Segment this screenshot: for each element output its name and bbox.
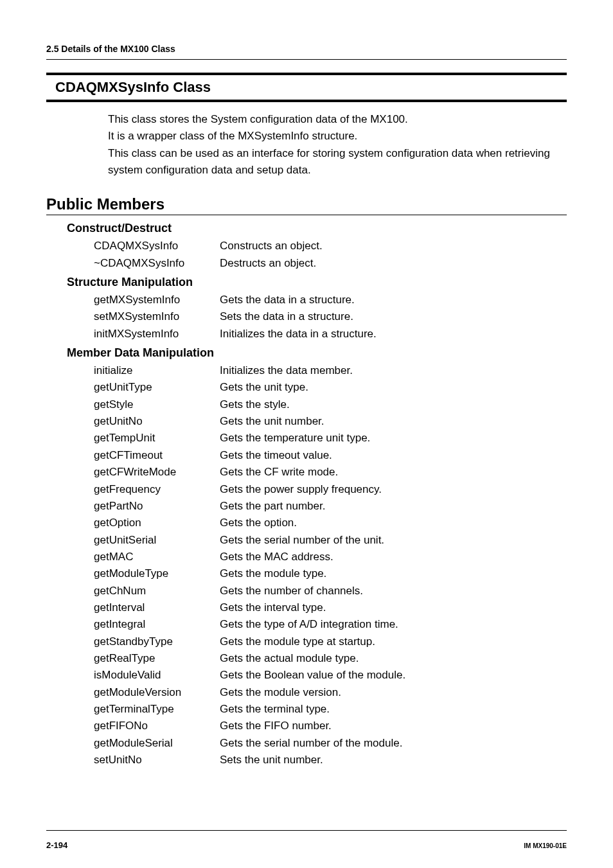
member-term: CDAQMXSysInfo	[94, 238, 220, 254]
member-row: isModuleValidGets the Boolean value of t…	[94, 667, 567, 684]
member-desc: Gets the Boolean value of the module.	[220, 667, 567, 684]
member-row: getFrequencyGets the power supply freque…	[94, 481, 567, 498]
intro-line: It is a wrapper class of the MXSystemInf…	[108, 128, 567, 145]
member-term: getMXSystemInfo	[94, 292, 220, 308]
public-members-heading: Public Members	[46, 195, 567, 213]
member-term: getModuleVersion	[94, 684, 220, 701]
member-desc: Gets the actual module type.	[220, 650, 567, 667]
member-term: getUnitSerial	[94, 532, 220, 549]
section-structure-manipulation: Structure Manipulation getMXSystemInfo G…	[67, 276, 567, 342]
member-desc: Gets the FIFO number.	[220, 718, 567, 734]
member-row: getIntervalGets the interval type.	[94, 599, 567, 616]
footer-rule	[46, 830, 567, 831]
member-desc: Gets the terminal type.	[220, 701, 567, 718]
intro-line: This class can be used as an interface f…	[108, 145, 567, 179]
member-row: getTempUnitGets the temperature unit typ…	[94, 430, 567, 447]
section-items: initializeInitializes the data member.ge…	[94, 362, 567, 768]
member-row: getRealTypeGets the actual module type.	[94, 650, 567, 667]
member-desc: Gets the number of channels.	[220, 583, 567, 599]
member-desc: Gets the module type.	[220, 565, 567, 582]
member-term: getCFWriteMode	[94, 464, 220, 481]
section-heading: Structure Manipulation	[67, 276, 567, 289]
member-row: CDAQMXSysInfo Constructs an object.	[94, 238, 567, 254]
member-desc: Sets the unit number.	[220, 752, 567, 768]
member-desc: Gets the option.	[220, 515, 567, 531]
public-members-body: Construct/Destruct CDAQMXSysInfo Constru…	[67, 222, 567, 768]
member-desc: Gets the style.	[220, 396, 567, 413]
member-desc: Constructs an object.	[220, 238, 567, 254]
member-row: getStyleGets the style.	[94, 396, 567, 413]
intro-line: This class stores the System configurati…	[108, 111, 567, 128]
member-desc: Gets the power supply frequency.	[220, 481, 567, 498]
member-term: getTempUnit	[94, 430, 220, 447]
title-rule-bot	[46, 100, 567, 102]
member-row: getStandbyTypeGets the module type at st…	[94, 633, 567, 650]
member-desc: Gets the CF write mode.	[220, 464, 567, 481]
member-row: setMXSystemInfo Sets the data in a struc…	[94, 308, 567, 325]
member-term: getUnitType	[94, 379, 220, 396]
member-term: getStyle	[94, 396, 220, 413]
member-desc: Gets the timeout value.	[220, 447, 567, 464]
member-row: getIntegralGets the type of A/D integrat…	[94, 616, 567, 633]
member-desc: Gets the part number.	[220, 498, 567, 515]
member-term: getPartNo	[94, 498, 220, 515]
public-members-rule	[46, 215, 567, 215]
member-desc: Gets the unit number.	[220, 413, 567, 430]
member-term: getChNum	[94, 583, 220, 599]
member-row: getMACGets the MAC address.	[94, 549, 567, 565]
member-term: getIntegral	[94, 616, 220, 633]
member-term: initMXSystemInfo	[94, 326, 220, 342]
page-title: CDAQMXSysInfo Class	[46, 75, 567, 100]
section-construct-destruct: Construct/Destruct CDAQMXSysInfo Constru…	[67, 222, 567, 272]
member-desc: Gets the interval type.	[220, 599, 567, 616]
member-row: ~CDAQMXSysInfo Destructs an object.	[94, 255, 567, 272]
member-row: initializeInitializes the data member.	[94, 362, 567, 379]
member-term: ~CDAQMXSysInfo	[94, 255, 220, 272]
member-row: getModuleSerialGets the serial number of…	[94, 735, 567, 752]
member-row: initMXSystemInfo Initializes the data in…	[94, 326, 567, 342]
member-term: getOption	[94, 515, 220, 531]
member-row: getChNumGets the number of channels.	[94, 583, 567, 599]
head-rule	[46, 59, 567, 60]
member-desc: Initializes the data member.	[220, 362, 567, 379]
intro-block: This class stores the System configurati…	[108, 111, 567, 179]
member-row: setUnitNoSets the unit number.	[94, 752, 567, 768]
member-desc: Gets the serial number of the unit.	[220, 532, 567, 549]
member-term: isModuleValid	[94, 667, 220, 684]
member-row: getPartNoGets the part number.	[94, 498, 567, 515]
member-term: getCFTimeout	[94, 447, 220, 464]
member-desc: Gets the serial number of the module.	[220, 735, 567, 752]
member-desc: Sets the data in a structure.	[220, 308, 567, 325]
member-term: getTerminalType	[94, 701, 220, 718]
member-desc: Gets the module version.	[220, 684, 567, 701]
section-heading: Construct/Destruct	[67, 222, 567, 235]
document-id: IM MX190-01E	[524, 842, 567, 849]
member-term: getModuleSerial	[94, 735, 220, 752]
section-items: getMXSystemInfo Gets the data in a struc…	[94, 292, 567, 342]
member-row: getOptionGets the option.	[94, 515, 567, 531]
member-term: getModuleType	[94, 565, 220, 582]
member-row: getModuleVersionGets the module version.	[94, 684, 567, 701]
footer: 2-194 IM MX190-01E	[46, 840, 567, 850]
running-head: 2.5 Details of the MX100 Class	[46, 44, 567, 54]
member-desc: Gets the temperature unit type.	[220, 430, 567, 447]
member-term: getMAC	[94, 549, 220, 565]
member-term: getUnitNo	[94, 413, 220, 430]
member-desc: Gets the MAC address.	[220, 549, 567, 565]
member-desc: Initializes the data in a structure.	[220, 326, 567, 342]
member-desc: Destructs an object.	[220, 255, 567, 272]
member-term: getRealType	[94, 650, 220, 667]
section-items: CDAQMXSysInfo Constructs an object. ~CDA…	[94, 238, 567, 272]
member-row: getFIFONoGets the FIFO number.	[94, 718, 567, 734]
member-desc: Gets the unit type.	[220, 379, 567, 396]
member-row: getUnitTypeGets the unit type.	[94, 379, 567, 396]
title-block: CDAQMXSysInfo Class	[46, 73, 567, 102]
member-row: getCFWriteModeGets the CF write mode.	[94, 464, 567, 481]
member-row: getMXSystemInfo Gets the data in a struc…	[94, 292, 567, 308]
page: 2.5 Details of the MX100 Class CDAQMXSys…	[0, 0, 613, 868]
member-row: getCFTimeoutGets the timeout value.	[94, 447, 567, 464]
member-row: getUnitSerialGets the serial number of t…	[94, 532, 567, 549]
member-term: getFIFONo	[94, 718, 220, 734]
member-desc: Gets the data in a structure.	[220, 292, 567, 308]
member-term: getStandbyType	[94, 633, 220, 650]
